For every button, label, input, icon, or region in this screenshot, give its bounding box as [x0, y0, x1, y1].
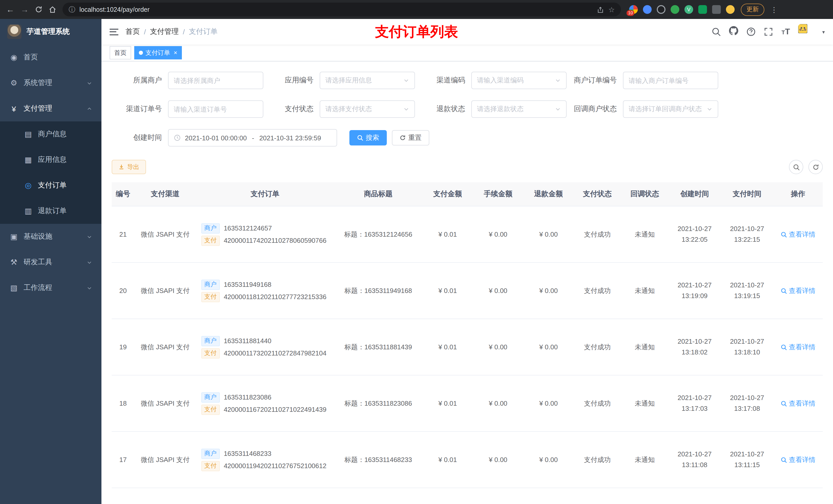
toggle-search-button[interactable] — [789, 160, 803, 174]
forward-icon[interactable]: → — [21, 5, 29, 14]
view-detail-link[interactable]: 查看详情 — [781, 342, 815, 352]
search-button[interactable]: 搜索 — [349, 130, 387, 145]
merchant-tag: 商户 — [201, 280, 219, 290]
sidebar-item-infrastructure[interactable]: ▣ 基础设施 — [0, 224, 101, 249]
refresh-icon — [400, 135, 406, 141]
dashboard-icon: ◉ — [9, 53, 19, 62]
merchant-tag: 商户 — [201, 392, 219, 402]
search-icon — [781, 344, 787, 350]
view-detail-link[interactable]: 查看详情 — [781, 399, 815, 408]
extension-icon-1[interactable]: 10 — [629, 5, 638, 14]
search-icon — [781, 400, 787, 406]
browser-update-button[interactable]: 更新 — [741, 3, 764, 16]
fullscreen-icon[interactable] — [764, 27, 773, 37]
extension-icon-7[interactable] — [712, 5, 721, 14]
pay-status-select[interactable]: 请选择支付状态 — [320, 100, 415, 118]
sidebar: 芋道管理系统 ◉ 首页 ⚙ 系统管理 ¥ 支付管理 ▤ 商户信息 — [0, 19, 101, 504]
extension-icon-2[interactable] — [643, 5, 652, 14]
tab-home[interactable]: 首页 — [110, 46, 131, 59]
gear-icon: ⚙ — [9, 78, 19, 88]
breadcrumb-home[interactable]: 首页 — [125, 27, 140, 37]
screen: ← → ⓘ localhost:1024/pay/order ☆ 10 V 更新… — [0, 0, 833, 504]
tools-icon: ⚒ — [9, 258, 19, 267]
bookmark-star-icon[interactable]: ☆ — [609, 5, 615, 14]
date-start[interactable]: 2021-10-01 00:00:00 — [185, 134, 247, 142]
browser-home-icon[interactable] — [49, 6, 56, 13]
view-detail-link[interactable]: 查看详情 — [781, 286, 815, 295]
extension-icon-3[interactable] — [657, 5, 665, 14]
column-header: 回调状态 — [621, 182, 669, 206]
payment-submenu: ▤ 商户信息 ▦ 应用信息 ◎ 支付订单 ▥ 退款订单 — [0, 121, 101, 224]
channel-order-no-input[interactable] — [174, 105, 258, 113]
sidebar-item-dev-tools[interactable]: ⚒ 研发工具 — [0, 249, 101, 275]
sidebar-item-pay-order[interactable]: ◎ 支付订单 — [0, 173, 101, 198]
sidebar-item-workflow[interactable]: ▧ 工作流程 — [0, 275, 101, 301]
filter-pay-status: 支付状态 请选择支付状态 — [263, 100, 415, 118]
merchant-order-no-input[interactable] — [628, 77, 713, 84]
table-row: 18 微信 JSAPI 支付 商户1635311823086 支付4200001… — [112, 375, 823, 432]
filter-notify-status: 回调商户状态 请选择订单回调商户状态 — [567, 100, 718, 118]
app-logo: 芋道管理系统 — [0, 19, 101, 45]
avatar[interactable] — [798, 24, 814, 40]
active-dot — [139, 51, 143, 55]
reload-icon[interactable] — [35, 6, 43, 13]
logo-image — [7, 25, 22, 39]
help-icon[interactable] — [747, 27, 756, 37]
bank-card-icon: ▤ — [24, 129, 33, 139]
merchant-tag: 商户 — [201, 336, 219, 346]
view-detail-link[interactable]: 查看详情 — [781, 455, 815, 464]
reset-button[interactable]: 重置 — [392, 130, 429, 145]
tab-pay-order[interactable]: 支付订单 × — [134, 46, 182, 59]
tags-view: 首页 支付订单 × — [101, 45, 833, 62]
site-info-icon[interactable]: ⓘ — [69, 5, 75, 14]
merchant-input[interactable] — [174, 77, 258, 84]
sidebar-item-home[interactable]: ◉ 首页 — [0, 45, 101, 70]
close-icon[interactable]: × — [174, 49, 177, 56]
extension-icon-5[interactable]: V — [685, 5, 693, 14]
filter-create-time: 创建时间 2021-10-01 00:00:00 - 2021-10-31 23… — [112, 129, 337, 146]
channel-code-select[interactable]: 请输入渠道编码 — [471, 72, 567, 89]
workflow-icon: ▧ — [9, 283, 19, 292]
app-select[interactable]: 请选择应用信息 — [320, 72, 415, 89]
font-size-icon[interactable]: TT — [782, 27, 790, 37]
search-icon — [781, 457, 787, 463]
column-header: 支付状态 — [574, 182, 621, 206]
browser-menu-icon[interactable]: ⋮ — [770, 6, 778, 13]
export-button[interactable]: 导出 — [112, 160, 146, 174]
column-header: 商品标题 — [334, 182, 422, 206]
yen-icon: ¥ — [9, 104, 19, 113]
grid-icon: ▦ — [24, 155, 33, 164]
extension-icon-4[interactable] — [671, 5, 679, 14]
target-icon: ◎ — [24, 181, 33, 190]
view-detail-link[interactable]: 查看详情 — [781, 230, 815, 239]
hamburger-icon[interactable] — [110, 28, 118, 35]
sidebar-item-refund-order[interactable]: ▥ 退款订单 — [0, 198, 101, 224]
merchant-tag: 商户 — [201, 223, 219, 233]
search-icon[interactable] — [712, 27, 721, 37]
search-icon — [781, 231, 787, 237]
sidebar-item-app-info[interactable]: ▦ 应用信息 — [0, 147, 101, 173]
table-row: 20 微信 JSAPI 支付 商户1635311949168 支付4200001… — [112, 263, 823, 319]
column-header: 支付金额 — [422, 182, 473, 206]
refresh-table-button[interactable] — [808, 160, 823, 174]
notify-status-select[interactable]: 请选择订单回调商户状态 — [623, 100, 718, 118]
date-end[interactable]: 2021-10-31 23:59:59 — [259, 134, 321, 142]
extensions-area: 10 V — [629, 5, 735, 14]
sidebar-item-payment[interactable]: ¥ 支付管理 — [0, 96, 101, 121]
document-icon: ▥ — [24, 207, 33, 216]
extension-icon-8[interactable] — [726, 5, 735, 14]
breadcrumb-payment[interactable]: 支付管理 — [150, 27, 179, 37]
filter-merchant: 所属商户 — [112, 72, 263, 89]
github-icon[interactable] — [729, 26, 738, 38]
refund-status-select[interactable]: 请选择退款状态 — [471, 100, 567, 118]
date-range-picker[interactable]: 2021-10-01 00:00:00 - 2021-10-31 23:59:5… — [168, 129, 337, 146]
back-icon[interactable]: ← — [6, 5, 14, 14]
avatar-caret-icon[interactable]: ▾ — [822, 29, 825, 34]
pay-tag: 支付 — [201, 404, 219, 415]
column-header: 支付渠道 — [134, 182, 196, 206]
share-icon[interactable] — [597, 6, 604, 13]
address-bar[interactable]: ⓘ localhost:1024/pay/order ☆ — [63, 3, 621, 16]
extension-icon-6[interactable] — [698, 5, 707, 14]
sidebar-item-merchant-info[interactable]: ▤ 商户信息 — [0, 121, 101, 147]
sidebar-item-system[interactable]: ⚙ 系统管理 — [0, 70, 101, 96]
